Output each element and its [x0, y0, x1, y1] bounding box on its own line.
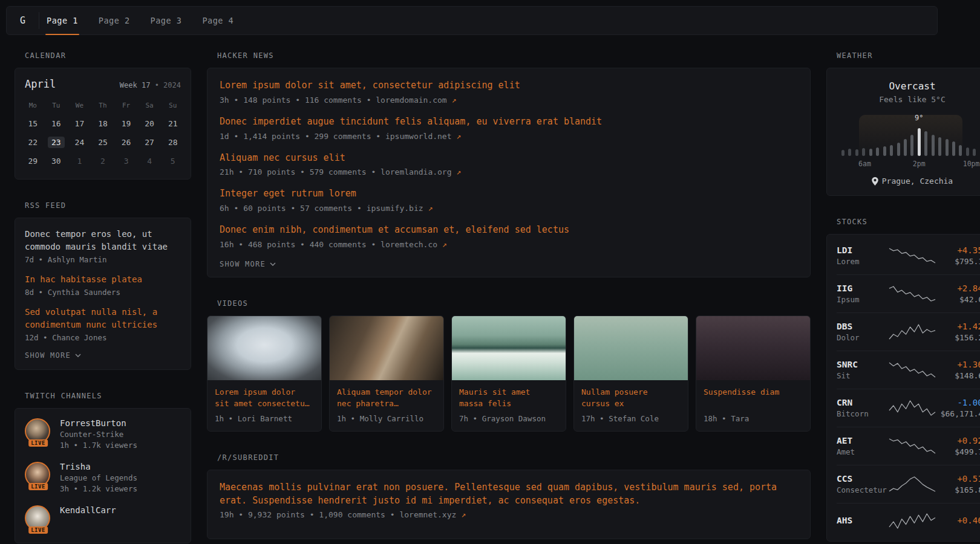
stock-row[interactable]: AHS +0.46%	[837, 504, 980, 539]
video-title-link[interactable]: Aliquam tempor dolor nec pharetra…	[337, 386, 436, 410]
weather-time-label: 6am	[858, 160, 871, 168]
video-card[interactable]: Nullam posuere cursus ex 17h • Stefan Co…	[573, 316, 688, 432]
calendar-day: 4	[138, 152, 162, 170]
story-domain-link[interactable]: loremtech.co ↗	[381, 240, 447, 249]
twitch-avatar-wrap: LIVE	[25, 505, 51, 531]
twitch-channel-name: ForrestBurton	[60, 418, 137, 428]
external-link-icon: ↗	[461, 510, 466, 519]
live-badge: LIVE	[28, 439, 48, 447]
weather-hour-bar	[897, 143, 900, 156]
twitch-channel-info: ForrestBurton Counter-Strike 1h • 1.7k v…	[60, 418, 137, 450]
stock-symbol: LDI	[837, 245, 889, 255]
stock-symbol: AET	[837, 436, 889, 445]
video-thumbnail	[574, 316, 688, 380]
stock-change: +4.35%	[936, 245, 980, 255]
video-title-link[interactable]: Lorem ipsum dolor sit amet consectetu…	[215, 386, 314, 410]
story-title-link[interactable]: Lorem ipsum dolor sit amet, consectetur …	[220, 79, 798, 92]
calendar-card: April Week 17 • 2024 MoTuWeThFrSaSu15161…	[15, 68, 191, 180]
stock-name: Lorem	[837, 257, 889, 266]
hackernews-show-more-button[interactable]: SHOW MORE	[220, 260, 276, 268]
story-domain-link[interactable]: loremdomain.com ↗	[376, 96, 456, 105]
stock-sparkline	[889, 323, 936, 341]
stock-change: +1.36%	[936, 360, 980, 369]
video-meta: 1h • Molly Carrillo	[337, 414, 436, 423]
twitch-channel-row[interactable]: LIVE KendallCarr	[25, 505, 181, 531]
twitch-channel-name: Trisha	[60, 462, 137, 471]
story-title-link[interactable]: Donec enim nibh, condimentum et accumsan…	[220, 224, 798, 237]
story-domain-link[interactable]: loremlandia.org ↗	[381, 167, 461, 176]
rss-item-link[interactable]: Donec tempor eros leo, ut commodo mauris…	[25, 228, 181, 253]
video-card[interactable]: Lorem ipsum dolor sit amet consectetu… 1…	[207, 316, 322, 432]
calendar-day: 27	[138, 133, 162, 152]
nav-tab[interactable]: Page 4	[201, 7, 235, 34]
video-meta: 1h • Lori Barnett	[215, 414, 314, 423]
calendar-month: April	[25, 78, 56, 90]
stock-row[interactable]: DBS Dolor +1.42% $156.28	[837, 313, 980, 351]
weather-feels-like: Feels like 5°C	[837, 95, 980, 104]
stock-row[interactable]: CCS Consectetur +0.51% $165.84	[837, 465, 980, 504]
twitch-channel-row[interactable]: LIVE Trisha League of Legends 3h • 1.2k …	[25, 462, 181, 493]
weather-hour-bar	[883, 146, 886, 156]
stock-row[interactable]: LDI Lorem +4.35% $795.18	[837, 237, 980, 275]
stock-price: $499.72	[936, 447, 980, 456]
nav-tab[interactable]: Page 3	[149, 7, 183, 34]
left-column: CALENDAR April Week 17 • 2024 MoTuWeThFr…	[15, 51, 191, 543]
rss-item-link[interactable]: Sed volutpat nulla nisl, a condimentum n…	[25, 306, 181, 331]
stock-right: +0.92% $499.72	[936, 436, 980, 456]
calendar-day: 23	[45, 133, 68, 152]
rss-item-link[interactable]: In hac habitasse platea	[25, 273, 181, 286]
calendar-day: 21	[161, 114, 185, 133]
weather-hour-bar	[869, 149, 872, 156]
calendar-section-title: CALENDAR	[25, 51, 191, 60]
video-card[interactable]: Aliquam tempor dolor nec pharetra… 1h • …	[329, 316, 444, 432]
calendar-day: 22	[21, 133, 45, 152]
stock-right: +2.84% $42.04	[936, 283, 980, 304]
story-title-link[interactable]: Aliquam nec cursus elit	[220, 152, 798, 165]
stock-row[interactable]: IIG Ipsum +2.84% $42.04	[837, 275, 980, 313]
weather-widget: WEATHER Overcast Feels like 5°C 9° 6am 2…	[826, 51, 980, 196]
story-title-link[interactable]: Maecenas mollis pulvinar erat non posuer…	[220, 481, 798, 508]
location-pin-icon	[872, 177, 878, 186]
stock-name: Sit	[837, 371, 889, 380]
story-meta: 16h • 468 points • 440 comments • loremt…	[220, 240, 798, 249]
stock-row[interactable]: CRN Bitcorn -1.00% $66,171.48	[837, 389, 980, 427]
story-title-link[interactable]: Integer eget rutrum lorem	[220, 187, 798, 201]
weather-section-title: WEATHER	[837, 51, 980, 60]
weather-location: Prague, Czechia	[837, 176, 980, 186]
video-title-link[interactable]: Mauris sit amet massa felis	[459, 386, 558, 410]
twitch-channel-game: Counter-Strike	[60, 430, 137, 439]
story-domain-link[interactable]: loremnet.xyz ↗	[399, 510, 466, 519]
weather-hour-bar	[876, 147, 879, 156]
nav-tab[interactable]: Page 2	[97, 7, 131, 34]
story-meta: 1d • 1,414 points • 299 comments • ipsum…	[220, 132, 798, 141]
calendar-header: April Week 17 • 2024	[15, 68, 191, 95]
nav-tab[interactable]: Page 1	[45, 7, 79, 34]
live-badge: LIVE	[28, 483, 48, 490]
stock-price: $42.04	[936, 295, 980, 304]
app-logo[interactable]: G	[20, 12, 39, 29]
story-domain-link[interactable]: ipsumworld.net ↗	[385, 132, 461, 141]
twitch-section-title: TWITCH CHANNELS	[25, 392, 191, 400]
story-meta-text: 21h • 710 points • 579 comments •	[220, 167, 381, 176]
stock-row[interactable]: SNRC Sit +1.36% $148.64	[837, 351, 980, 389]
calendar-day-header: Th	[91, 96, 115, 114]
weather-hour-bar	[959, 145, 962, 156]
story-domain-link[interactable]: ipsumify.biz ↗	[367, 204, 433, 213]
video-card[interactable]: Suspendisse diam 18h • Tara	[696, 316, 811, 432]
stock-row[interactable]: AET Amet +0.92% $499.72	[837, 427, 980, 465]
video-title-link[interactable]: Nullam posuere cursus ex	[581, 386, 681, 410]
calendar-day-header: Sa	[138, 96, 162, 114]
video-card[interactable]: Mauris sit amet massa felis 7h • Grayson…	[451, 316, 566, 432]
calendar-day: 17	[68, 114, 91, 133]
stock-sparkline	[889, 512, 936, 530]
twitch-channel-meta: 1h • 1.7k viewers	[60, 441, 137, 450]
story-title-link[interactable]: Donec imperdiet augue tincidunt felis al…	[220, 115, 798, 129]
rss-show-more-button[interactable]: SHOW MORE	[25, 351, 81, 360]
twitch-channel-row[interactable]: LIVE ForrestBurton Counter-Strike 1h • 1…	[25, 418, 181, 450]
stock-right: +0.51% $165.84	[936, 474, 980, 494]
video-title-link[interactable]: Suspendisse diam	[704, 386, 803, 410]
external-link-icon: ↗	[452, 96, 457, 105]
rss-item-meta: 7d • Ashlyn Martin	[25, 255, 181, 264]
twitch-avatar-wrap: LIVE	[25, 418, 51, 444]
video-body: Nullam posuere cursus ex 17h • Stefan Co…	[574, 380, 688, 431]
